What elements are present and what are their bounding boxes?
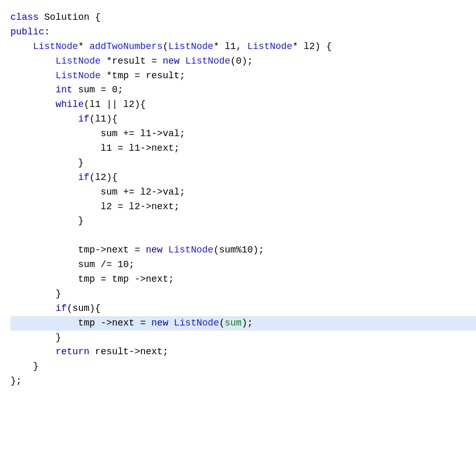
code-line-18: sum /= 10; [10, 258, 476, 272]
code-line-4: ListNode *result = new ListNode(0); [10, 54, 476, 69]
code-editor: class Solution { public: ListNode* addTw… [10, 10, 476, 457]
code-line-13: sum += l2->val; [10, 185, 476, 200]
code-line-21: if(sum){ [10, 302, 476, 316]
code-line-2: public: [10, 25, 476, 40]
code-line-1: class Solution { [10, 10, 476, 25]
code-line-16 [10, 228, 476, 243]
code-line-6: int sum = 0; [10, 83, 476, 98]
code-line-15: } [10, 214, 476, 228]
code-line-12: if(l2){ [10, 171, 476, 185]
code-line-5: ListNode *tmp = result; [10, 69, 476, 83]
code-line-24: return result->next; [10, 345, 476, 359]
keyword-public: public [10, 27, 44, 37]
code-line-17: tmp->next = new ListNode(sum%10); [10, 243, 476, 258]
code-line-14: l2 = l2->next; [10, 200, 476, 214]
code-line-25: } [10, 359, 476, 374]
code-line-10: l1 = l1->next; [10, 141, 476, 156]
keyword-class: class [10, 12, 39, 22]
code-line-26: }; [10, 374, 476, 389]
code-line-22: tmp ->next = new ListNode(sum); [10, 316, 476, 331]
code-line-9: sum += l1->val; [10, 127, 476, 141]
code-line-11: } [10, 156, 476, 171]
code-line-19: tmp = tmp ->next; [10, 272, 476, 287]
code-line-8: if(l1){ [10, 112, 476, 127]
code-line-3: ListNode* addTwoNumbers(ListNode* l1, Li… [10, 40, 476, 54]
code-line-7: while(l1 || l2){ [10, 98, 476, 112]
code-line-20: } [10, 287, 476, 302]
code-line-23: } [10, 331, 476, 345]
